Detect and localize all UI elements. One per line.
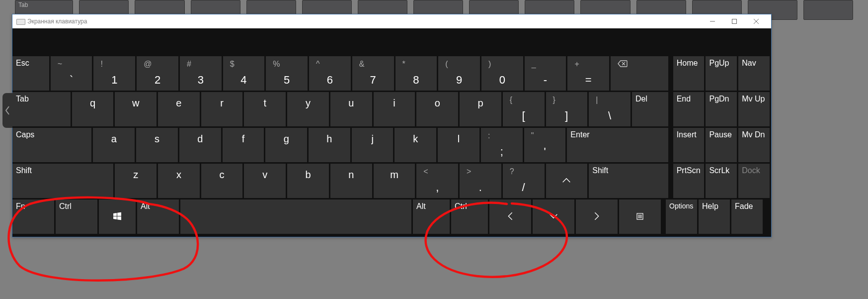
key-shift-right[interactable]: Shift [589, 164, 668, 198]
key-alt-right[interactable]: Alt [413, 199, 450, 234]
key-i[interactable]: i [374, 92, 415, 126]
expand-left-tab[interactable] [2, 93, 12, 128]
key-rbracket[interactable]: }] [546, 92, 588, 126]
key-left[interactable] [489, 199, 531, 234]
key-j[interactable]: j [352, 128, 394, 162]
close-button[interactable] [745, 14, 767, 28]
key-right[interactable] [576, 199, 618, 234]
key-menu[interactable] [619, 199, 661, 234]
key-z[interactable]: z [115, 164, 157, 198]
key-u[interactable]: u [330, 92, 372, 126]
key-y[interactable]: y [287, 92, 329, 126]
key-f[interactable]: f [223, 128, 264, 162]
key-m[interactable]: m [374, 164, 415, 198]
key-pause[interactable]: Pause [706, 128, 737, 162]
window-title: Экранная клавиатура [27, 18, 702, 25]
key-mvdn[interactable]: Mv Dn [738, 128, 770, 162]
key-dock[interactable]: Dock [738, 164, 770, 198]
windows-icon [113, 212, 121, 221]
key-home[interactable]: Home [673, 56, 705, 91]
key-prtscn[interactable]: PrtScn [673, 164, 705, 198]
key-caps[interactable]: Caps [12, 128, 91, 162]
key-b[interactable]: b [287, 164, 329, 198]
key-nav[interactable]: Nav [738, 56, 770, 91]
key-n[interactable]: n [330, 164, 372, 198]
backspace-icon [618, 60, 628, 69]
key-fn[interactable]: Fn [12, 199, 54, 234]
key-ctrl-left[interactable]: Ctrl [56, 199, 97, 234]
key-q[interactable]: q [72, 92, 114, 126]
key-quote[interactable]: "' [524, 128, 566, 162]
key-7[interactable]: &7 [352, 56, 394, 91]
key-minus[interactable]: _- [525, 56, 566, 91]
key-2[interactable]: @2 [137, 56, 178, 91]
key-space[interactable] [180, 199, 411, 234]
key-end[interactable]: End [673, 92, 705, 126]
row-bottom: Fn Ctrl Alt Alt Ctrl [12, 199, 770, 234]
key-1[interactable]: !1 [93, 56, 135, 91]
key-t[interactable]: t [244, 92, 286, 126]
key-enter[interactable]: Enter [567, 128, 668, 162]
key-fade[interactable]: Fade [731, 199, 763, 234]
key-l[interactable]: l [438, 128, 479, 162]
keyboard-area: Esc ~` !1 @2 #3 $4 %5 ^6 &7 *8 (9 )0 _- … [12, 28, 771, 237]
key-scrlk[interactable]: ScrLk [706, 164, 737, 198]
key-equals[interactable]: += [567, 56, 609, 91]
key-insert[interactable]: Insert [673, 128, 705, 162]
key-help[interactable]: Help [699, 199, 730, 234]
key-k[interactable]: k [395, 128, 436, 162]
key-win[interactable] [99, 199, 136, 234]
maximize-button[interactable] [723, 14, 745, 28]
key-esc[interactable]: Esc [12, 56, 49, 91]
minimize-button[interactable] [702, 14, 723, 28]
key-3[interactable]: #3 [180, 56, 222, 91]
key-a[interactable]: a [93, 128, 135, 162]
key-8[interactable]: *8 [395, 56, 437, 91]
key-shift-left[interactable]: Shift [12, 164, 113, 198]
key-0[interactable]: )0 [481, 56, 523, 91]
key-tab[interactable]: Tab [12, 92, 71, 126]
key-g[interactable]: g [265, 128, 307, 162]
key-h[interactable]: h [309, 128, 350, 162]
bg-key [803, 0, 853, 20]
key-down[interactable] [533, 199, 574, 234]
key-6[interactable]: ^6 [309, 56, 351, 91]
key-4[interactable]: $4 [223, 56, 265, 91]
key-comma[interactable]: <, [416, 164, 458, 198]
key-mvup[interactable]: Mv Up [738, 92, 770, 126]
left-arrow-icon [489, 210, 531, 223]
row-zxcv: Shift z x c v b n m <, >. ?/ Shift PrtSc… [12, 164, 770, 198]
key-pgup[interactable]: PgUp [706, 56, 737, 91]
key-d[interactable]: d [179, 128, 221, 162]
key-lbracket[interactable]: {[ [503, 92, 545, 126]
key-ctrl-right[interactable]: Ctrl [451, 199, 488, 234]
key-backtick[interactable]: ~` [51, 56, 92, 91]
key-semicolon[interactable]: :; [481, 128, 523, 162]
key-5[interactable]: %5 [266, 56, 308, 91]
key-options[interactable]: Options [666, 199, 697, 234]
titlebar[interactable]: Экранная клавиатура [12, 14, 771, 28]
key-x[interactable]: x [158, 164, 200, 198]
key-s[interactable]: s [136, 128, 178, 162]
key-backslash[interactable]: |\ [589, 92, 631, 126]
key-r[interactable]: r [201, 92, 243, 126]
key-up[interactable] [546, 164, 588, 198]
key-c[interactable]: c [201, 164, 243, 198]
key-pgdn[interactable]: PgDn [706, 92, 737, 126]
svg-rect-1 [732, 19, 737, 24]
key-period[interactable]: >. [460, 164, 501, 198]
key-e[interactable]: e [158, 92, 200, 126]
menu-icon [636, 212, 643, 221]
key-v[interactable]: v [244, 164, 286, 198]
key-o[interactable]: o [416, 92, 458, 126]
key-slash[interactable]: ?/ [503, 164, 545, 198]
key-alt-left[interactable]: Alt [137, 199, 179, 234]
key-p[interactable]: p [460, 92, 501, 126]
key-del[interactable]: Del [632, 92, 668, 126]
osk-window: Экранная клавиатура Esc ~` !1 @2 #3 [12, 14, 772, 237]
key-w[interactable]: w [115, 92, 157, 126]
row-numbers: Esc ~` !1 @2 #3 $4 %5 ^6 &7 *8 (9 )0 _- … [12, 56, 770, 91]
key-backspace[interactable] [611, 56, 668, 91]
app-icon [16, 18, 24, 25]
key-9[interactable]: (9 [438, 56, 480, 91]
